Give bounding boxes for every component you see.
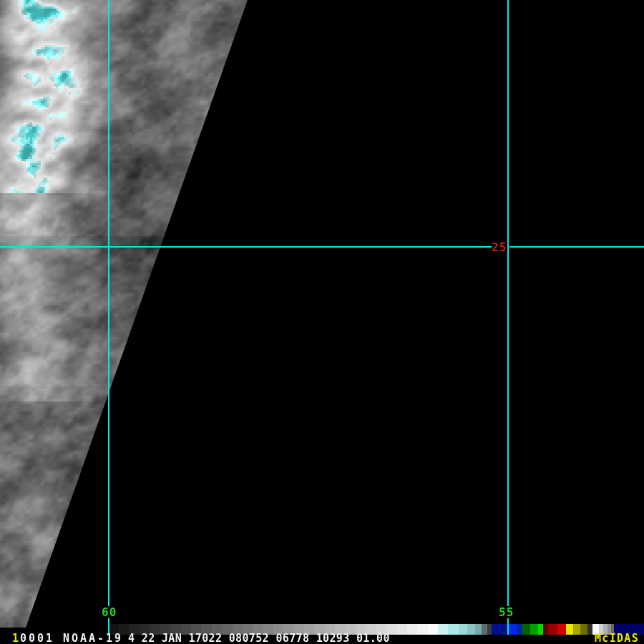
colorbar-segment	[548, 624, 557, 635]
colorbar-segment	[448, 624, 459, 635]
longitude-gridline-55-upper	[507, 0, 509, 606]
satellite-image[interactable]	[0, 0, 644, 644]
mcidas-brand-label: McIDAS	[595, 634, 639, 643]
frame-number: 1	[12, 634, 19, 643]
longitude-label-55: 55	[499, 607, 514, 618]
colorbar-segment	[438, 624, 448, 635]
colorbar-segment	[482, 624, 487, 635]
longitude-gridline-55-lower	[507, 618, 509, 635]
colorbar-segment	[543, 624, 548, 635]
colorbar-segment	[407, 624, 417, 635]
colorbar-segment	[397, 624, 407, 635]
latitude-gridline-25-left	[0, 246, 492, 248]
mcidas-display-window: 25 60 55 1 0001 NOAA-19 4 22 JAN 17022 0…	[0, 0, 644, 644]
latitude-gridline-25-right	[509, 246, 644, 248]
colorbar-segment	[492, 624, 508, 635]
longitude-label-60: 60	[102, 607, 117, 618]
colorbar-segment	[522, 624, 530, 635]
colorbar-segment	[557, 624, 566, 635]
colorbar-segment	[428, 624, 438, 635]
longitude-gridline-60-upper	[108, 0, 109, 606]
colorbar-segment	[538, 624, 543, 635]
colorbar-segment	[566, 624, 573, 635]
image-id-label: 0001 NOAA-19	[20, 634, 123, 643]
image-annotation-label: 4 22 JAN 17022 080752 06778 10293 01.00	[128, 634, 390, 643]
colorbar-segment	[580, 624, 587, 635]
colorbar-segment	[587, 624, 592, 635]
colorbar-segment	[530, 624, 538, 635]
colorbar-segment	[459, 624, 467, 635]
latitude-label-25: 25	[492, 242, 507, 253]
colorbar-segment	[508, 624, 517, 635]
colorbar-segment	[475, 624, 482, 635]
colorbar-segment	[573, 624, 580, 635]
colorbar-segment	[417, 624, 427, 635]
colorbar-segment	[467, 624, 475, 635]
status-bar: 1 0001 NOAA-19 4 22 JAN 17022 080752 067…	[0, 634, 644, 644]
